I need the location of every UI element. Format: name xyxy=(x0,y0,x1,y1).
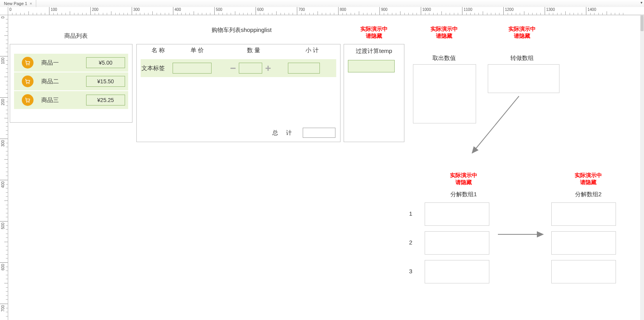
tab-label: New Page 1 xyxy=(4,1,27,6)
ruler-horizontal: 0100200300400500600700800900100011001200… xyxy=(8,7,644,7)
tab-new-page-1[interactable]: New Page 1 × xyxy=(0,0,36,7)
ruler-corner xyxy=(0,7,8,7)
close-icon[interactable]: × xyxy=(30,1,32,6)
tab-bar: New Page 1 × ▾ xyxy=(0,0,644,7)
tab-dropdown-icon[interactable]: ▾ xyxy=(640,0,642,5)
